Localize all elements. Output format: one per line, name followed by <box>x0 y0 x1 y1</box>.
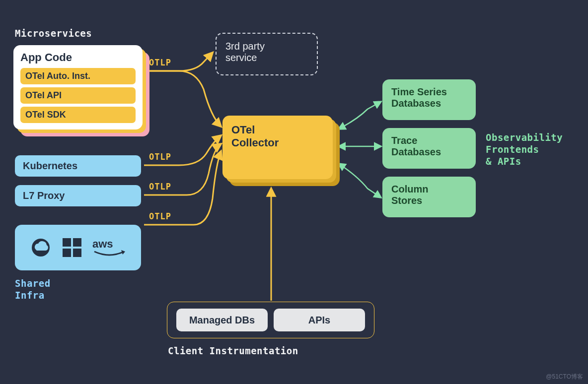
svg-rect-1 <box>63 238 71 247</box>
heading-obs-1: Observability <box>486 132 563 143</box>
third-party-service-box: 3rd party service <box>216 33 318 75</box>
svg-rect-3 <box>63 249 71 257</box>
timeseries-db-box: Time Series Databases <box>382 79 476 120</box>
otel-collector-label: OTel Collector <box>231 124 324 149</box>
svg-text:aws: aws <box>92 238 113 250</box>
third-party-label: 3rd party service <box>225 41 308 64</box>
svg-rect-4 <box>73 249 81 257</box>
timeseries-db-label: Time Series Databases <box>391 86 467 109</box>
apis-box: APIs <box>274 309 365 331</box>
heading-shared-infra-2: Infra <box>15 290 45 301</box>
otel-collector-box: OTel Collector <box>222 116 333 179</box>
app-code-card: App Code OTel Auto. Inst. OTel API OTel … <box>13 45 143 129</box>
l7proxy-box: L7 Proxy <box>15 185 141 206</box>
heading-obs-2: Frontends <box>486 144 539 155</box>
watermark: @51CTO博客 <box>546 373 583 381</box>
svg-rect-2 <box>73 238 81 247</box>
gcp-icon <box>28 238 54 257</box>
edge-collector-ts <box>339 102 381 129</box>
edge-collector-column <box>339 164 381 197</box>
otlp-label-1: OTLP <box>149 58 171 67</box>
otlp-label-3: OTLP <box>149 182 171 192</box>
managed-dbs-box: Managed DBs <box>176 309 268 331</box>
heading-client-instr: Client Instrumentation <box>168 345 298 356</box>
otlp-label-2: OTLP <box>149 152 171 162</box>
heading-obs-3: & APIs <box>486 156 521 167</box>
app-code-title: App Code <box>20 51 136 64</box>
edge-app-to-collector <box>144 71 221 127</box>
kubernetes-box: Kubernetes <box>15 155 141 177</box>
trace-db-box: Trace Databases <box>382 128 476 169</box>
cloud-providers-box: aws <box>15 225 141 270</box>
otel-api: OTel API <box>20 87 136 104</box>
otel-sdk: OTel SDK <box>20 107 136 123</box>
otlp-label-4: OTLP <box>149 211 171 221</box>
column-stores-label: Column Stores <box>391 184 467 206</box>
aws-icon: aws <box>90 237 128 258</box>
heading-microservices: Microservices <box>15 28 92 39</box>
client-instrumentation-group: Managed DBs APIs <box>167 302 374 338</box>
otel-auto-inst: OTel Auto. Inst. <box>20 68 136 84</box>
microsoft-icon <box>62 237 82 258</box>
trace-db-label: Trace Databases <box>391 135 467 158</box>
heading-shared-infra-1: Shared <box>15 278 51 289</box>
column-stores-box: Column Stores <box>382 177 476 217</box>
